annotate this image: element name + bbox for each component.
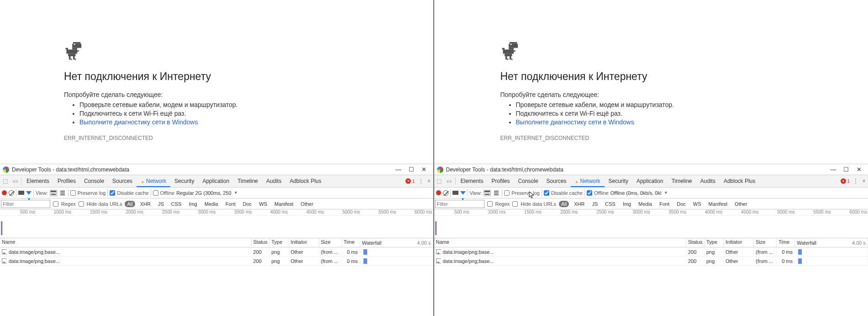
filter-input[interactable]	[435, 200, 484, 208]
filter-icon[interactable]	[460, 191, 466, 195]
diagnostic-link[interactable]: Выполните диагностику сети в Windows	[516, 118, 634, 126]
clear-icon[interactable]	[9, 190, 14, 196]
tab-network[interactable]: Network	[571, 175, 605, 187]
regex-checkbox[interactable]	[53, 201, 58, 207]
filter-type-font[interactable]: Font	[223, 201, 238, 207]
tab-elements[interactable]: Elements	[22, 175, 53, 187]
request-row[interactable]: data:image/png;base...200pngOther(from .…	[434, 247, 868, 257]
offline-checkbox[interactable]	[153, 190, 158, 196]
tab-elements[interactable]: Elements	[457, 175, 488, 187]
min-button[interactable]: —	[392, 166, 405, 173]
tab-sources[interactable]: Sources	[542, 175, 571, 187]
more-icon[interactable]: ⋮	[852, 178, 860, 184]
view-small-icon[interactable]	[59, 190, 66, 196]
more-icon[interactable]: ⋮	[417, 178, 425, 184]
throttle-select[interactable]: Offline (0ms, 0kb/s, 0kl	[610, 190, 663, 196]
diagnostic-link[interactable]: Выполните диагностику сети в Windows	[79, 118, 198, 126]
view-small-icon[interactable]	[493, 190, 500, 196]
clear-icon[interactable]	[443, 190, 448, 196]
filter-type-all[interactable]: All	[125, 201, 135, 207]
timeline[interactable]: 500 ms1000 ms1500 ms2000 ms2500 ms3000 m…	[0, 209, 433, 238]
max-button[interactable]: ☐	[840, 166, 852, 173]
request-row[interactable]: data:image/png;base...200pngOther(from .…	[0, 247, 433, 257]
tab-security[interactable]: Security	[170, 175, 198, 187]
disable-cache-checkbox[interactable]	[110, 190, 115, 196]
filter-type-font[interactable]: Font	[657, 201, 672, 207]
col-waterfall[interactable]: Waterfall4.00 s	[795, 238, 868, 247]
col-initiator[interactable]: Initiator	[724, 238, 754, 247]
device-icon[interactable]: ▭	[444, 176, 454, 186]
inspect-icon[interactable]: ⬚	[0, 176, 10, 186]
tab-adblock-plus[interactable]: Adblock Plus	[720, 175, 759, 187]
screenshot-icon[interactable]	[452, 191, 458, 195]
close-devtools-icon[interactable]: ×	[425, 178, 433, 184]
close-devtools-icon[interactable]: ×	[860, 178, 868, 184]
col-time[interactable]: Time	[777, 238, 795, 247]
tab-audits[interactable]: Audits	[696, 175, 720, 187]
col-type[interactable]: Type	[270, 238, 289, 247]
screenshot-icon[interactable]	[18, 191, 24, 195]
request-row[interactable]: data:image/png;base...200pngOther(from .…	[434, 257, 868, 266]
filter-type-xhr[interactable]: XHR	[572, 201, 587, 207]
throttle-select[interactable]: Regular 2G (300ms, 250	[176, 190, 232, 196]
preserve-log-checkbox[interactable]	[504, 190, 510, 196]
hide-urls-checkbox[interactable]	[512, 201, 518, 207]
tab-timeline[interactable]: Timeline	[668, 175, 696, 187]
tab-sources[interactable]: Sources	[108, 175, 137, 187]
record-icon[interactable]	[436, 190, 441, 195]
hide-urls-checkbox[interactable]	[79, 201, 84, 207]
filter-icon[interactable]	[26, 191, 32, 195]
filter-type-ws[interactable]: WS	[257, 201, 269, 207]
request-row[interactable]: data:image/png;base...200pngOther(from .…	[0, 257, 433, 266]
col-name[interactable]: Name	[434, 238, 687, 247]
filter-type-media[interactable]: Media	[202, 201, 221, 207]
tab-audits[interactable]: Audits	[262, 175, 285, 187]
tab-application[interactable]: Application	[632, 175, 668, 187]
filter-type-img[interactable]: Img	[621, 201, 633, 207]
filter-type-all[interactable]: All	[559, 201, 569, 207]
view-large-icon[interactable]	[484, 190, 491, 196]
filter-type-img[interactable]: Img	[186, 201, 199, 207]
filter-type-other[interactable]: Other	[299, 201, 316, 207]
filter-input[interactable]	[1, 200, 50, 208]
tab-security[interactable]: Security	[605, 175, 632, 187]
filter-type-js[interactable]: JS	[156, 201, 166, 207]
filter-type-manifest[interactable]: Manifest	[272, 201, 296, 207]
filter-type-other[interactable]: Other	[732, 201, 750, 207]
col-size[interactable]: Size	[754, 238, 777, 247]
record-icon[interactable]	[2, 190, 7, 195]
offline-checkbox[interactable]	[587, 190, 592, 196]
close-button[interactable]: ✕	[852, 166, 865, 173]
tab-console[interactable]: Console	[514, 175, 542, 187]
timeline[interactable]: 500 ms1000 ms1500 ms2000 ms2500 ms3000 m…	[434, 209, 868, 238]
error-badge[interactable]: ×1	[841, 178, 850, 184]
preserve-log-checkbox[interactable]	[70, 190, 76, 196]
filter-type-xhr[interactable]: XHR	[138, 201, 153, 207]
filter-type-css[interactable]: CSS	[603, 201, 618, 207]
col-status[interactable]: Status	[252, 238, 270, 247]
col-time[interactable]: Time	[342, 238, 360, 247]
filter-type-doc[interactable]: Doc	[241, 201, 254, 207]
col-size[interactable]: Size	[319, 238, 342, 247]
tab-application[interactable]: Application	[198, 175, 233, 187]
view-large-icon[interactable]	[50, 190, 57, 196]
filter-type-js[interactable]: JS	[589, 201, 600, 207]
col-status[interactable]: Status	[686, 238, 705, 247]
tab-adblock-plus[interactable]: Adblock Plus	[285, 175, 325, 187]
regex-checkbox[interactable]	[487, 201, 493, 207]
disable-cache-checkbox[interactable]	[544, 190, 549, 196]
tab-profiles[interactable]: Profiles	[53, 175, 80, 187]
col-type[interactable]: Type	[705, 238, 724, 247]
col-name[interactable]: Name	[0, 238, 252, 247]
min-button[interactable]: —	[827, 166, 840, 173]
filter-type-ws[interactable]: WS	[691, 201, 704, 207]
device-icon[interactable]: ▭	[10, 176, 20, 186]
tab-console[interactable]: Console	[80, 175, 108, 187]
max-button[interactable]: ☐	[405, 166, 418, 173]
tab-network[interactable]: Network	[137, 175, 170, 187]
tab-timeline[interactable]: Timeline	[233, 175, 262, 187]
close-button[interactable]: ✕	[418, 166, 431, 173]
filter-type-manifest[interactable]: Manifest	[706, 201, 730, 207]
filter-type-doc[interactable]: Doc	[674, 201, 688, 207]
dropdown-icon[interactable]: ▼	[234, 191, 238, 195]
